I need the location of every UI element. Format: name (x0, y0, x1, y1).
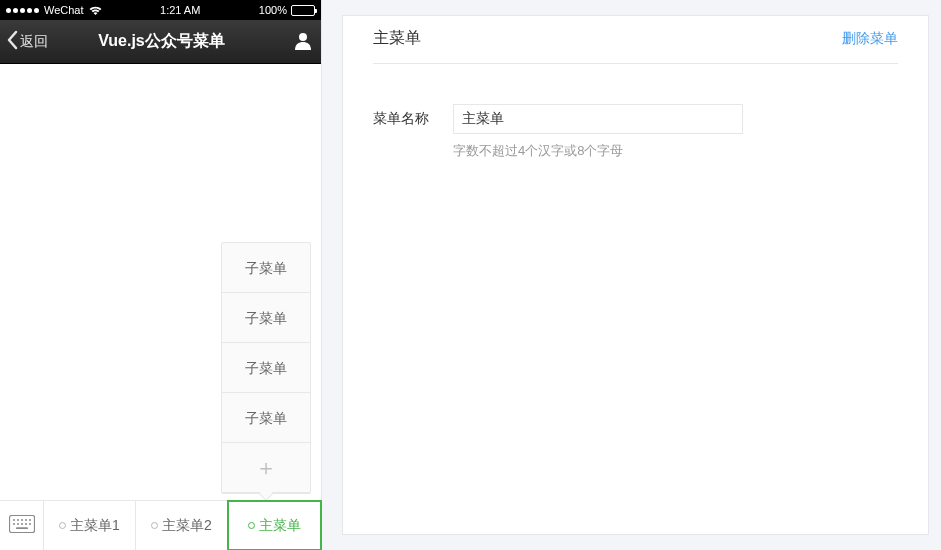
carrier-label: WeChat (44, 4, 84, 16)
svg-point-11 (29, 523, 31, 525)
menu-tab-label: 主菜单2 (162, 517, 212, 535)
profile-button[interactable] (275, 30, 313, 53)
svg-point-4 (21, 519, 23, 521)
svg-point-5 (25, 519, 27, 521)
menu-tab-label: 主菜单1 (70, 517, 120, 535)
keyboard-icon (9, 515, 35, 536)
submenu-item[interactable]: 子菜单 (222, 343, 310, 393)
menu-tab-1[interactable]: 主菜单1 (44, 501, 136, 550)
editor-panel: 主菜单 删除菜单 菜单名称 字数不超过4个汉字或8个字母 (322, 0, 941, 550)
svg-point-0 (299, 33, 307, 41)
back-button[interactable]: 返回 (6, 30, 48, 53)
editor-box: 主菜单 删除菜单 菜单名称 字数不超过4个汉字或8个字母 (342, 15, 929, 535)
editor-title: 主菜单 (373, 28, 421, 49)
svg-point-3 (17, 519, 19, 521)
menu-name-input[interactable] (453, 104, 743, 134)
submenu-indicator-icon (248, 522, 255, 529)
svg-point-6 (29, 519, 31, 521)
submenu-item[interactable]: 子菜单 (222, 293, 310, 343)
submenu-item[interactable]: 子菜单 (222, 243, 310, 293)
profile-icon (293, 30, 313, 53)
status-bar: WeChat 1:21 AM 100% (0, 0, 321, 20)
signal-dots-icon (6, 8, 39, 13)
page-title: Vue.js公众号菜单 (48, 31, 275, 52)
menu-tab-bar: 主菜单1 主菜单2 主菜单 (0, 500, 321, 550)
phone-body: 子菜单 子菜单 子菜单 子菜单 ＋ (0, 64, 321, 500)
keyboard-toggle-button[interactable] (0, 501, 44, 550)
menu-name-label: 菜单名称 (373, 110, 453, 128)
submenu-add-button[interactable]: ＋ (222, 443, 310, 493)
nav-bar: 返回 Vue.js公众号菜单 (0, 20, 321, 64)
delete-menu-link[interactable]: 删除菜单 (842, 30, 898, 48)
back-label: 返回 (20, 33, 48, 51)
submenu-popover: 子菜单 子菜单 子菜单 子菜单 ＋ (221, 242, 311, 494)
submenu-indicator-icon (59, 522, 66, 529)
battery-icon (291, 5, 315, 16)
submenu-indicator-icon (151, 522, 158, 529)
menu-tab-2[interactable]: 主菜单2 (136, 501, 228, 550)
svg-point-2 (13, 519, 15, 521)
svg-point-8 (17, 523, 19, 525)
menu-name-hint: 字数不超过4个汉字或8个字母 (453, 142, 898, 160)
phone-preview: WeChat 1:21 AM 100% 返回 Vue.js公众号菜单 (0, 0, 322, 550)
editor-header: 主菜单 删除菜单 (373, 28, 898, 64)
chevron-left-icon (6, 30, 18, 53)
menu-tab-3[interactable]: 主菜单 (227, 500, 322, 550)
menu-tab-label: 主菜单 (259, 517, 301, 535)
battery-percent-label: 100% (259, 4, 287, 16)
svg-point-7 (13, 523, 15, 525)
clock-label: 1:21 AM (160, 4, 200, 16)
submenu-item[interactable]: 子菜单 (222, 393, 310, 443)
svg-point-10 (25, 523, 27, 525)
menu-name-row: 菜单名称 (373, 104, 898, 134)
svg-rect-12 (16, 527, 28, 529)
svg-point-9 (21, 523, 23, 525)
wifi-icon (89, 6, 102, 15)
